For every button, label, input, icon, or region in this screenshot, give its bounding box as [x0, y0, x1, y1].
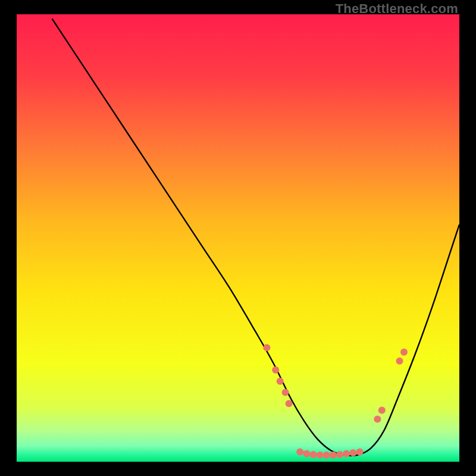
- gradient-background: [17, 14, 459, 462]
- marker-point: [282, 389, 289, 396]
- marker-point: [309, 451, 317, 458]
- marker-point: [374, 416, 381, 423]
- marker-point: [356, 448, 364, 455]
- marker-point: [349, 449, 356, 456]
- marker-point: [277, 378, 284, 385]
- chart-frame: [17, 14, 459, 462]
- marker-point: [400, 349, 408, 356]
- marker-point: [317, 452, 324, 459]
- marker-point: [296, 448, 303, 455]
- marker-point: [330, 452, 337, 459]
- marker-point: [303, 450, 310, 457]
- marker-point: [323, 452, 330, 459]
- marker-point: [378, 407, 386, 414]
- marker-point: [336, 451, 343, 458]
- chart-svg: [17, 14, 459, 462]
- marker-point: [272, 367, 279, 374]
- marker-point: [263, 344, 270, 351]
- marker-point: [286, 400, 293, 407]
- marker-point: [396, 358, 403, 365]
- marker-point: [343, 450, 350, 457]
